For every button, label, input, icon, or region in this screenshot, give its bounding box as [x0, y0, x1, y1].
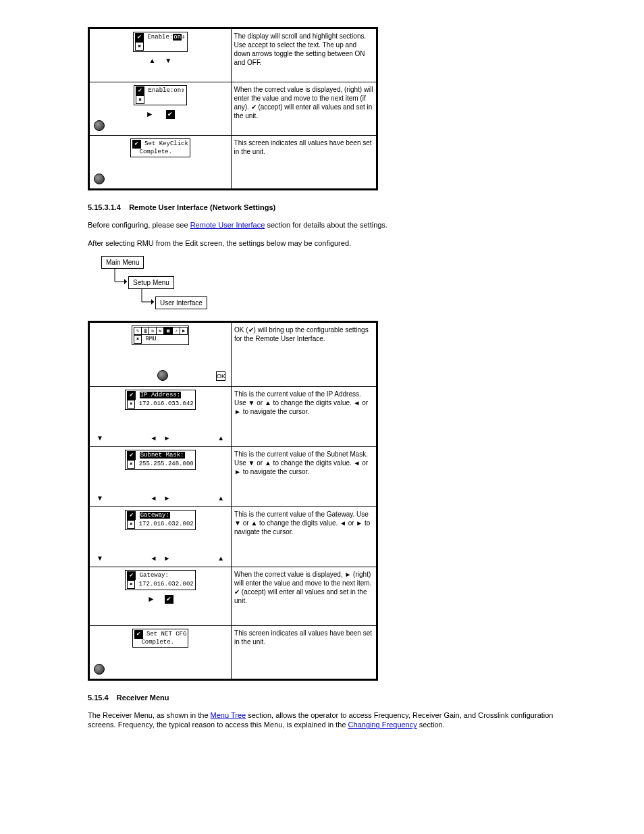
left-arrow-icon[interactable]	[151, 434, 157, 442]
lcd-text: Enable:	[147, 34, 173, 41]
accept-icon[interactable]: ✔	[166, 110, 175, 119]
check-icon: ✔	[132, 140, 141, 149]
check-icon: ✔	[136, 86, 144, 95]
check-icon: ✔	[127, 451, 136, 460]
lcd-text: Set NET CFG	[146, 631, 186, 637]
lcd-gateway-final: ✔ Gateway: ✖ 172.016.032.002	[125, 570, 195, 590]
keyclick-table: ✔ Enable:on⇕ ✖ The display will scroll a…	[88, 27, 378, 190]
lcd-value: 172.016.032.002	[139, 581, 194, 588]
lcd-value: 255.255.248.000	[139, 461, 194, 467]
instruction-text: OK (✔) will bring up the configurable se…	[234, 325, 373, 343]
lcd-label: Gateway:	[140, 572, 169, 579]
lcd-text-inv: on	[173, 34, 182, 41]
right-arrow-icon[interactable]	[164, 434, 171, 442]
lcd-text: RMU	[145, 336, 156, 342]
menu-breadcrumb: Main Menu Setup Menu User Interface	[95, 256, 243, 317]
instruction-text: When the correct value is displayed, (ri…	[234, 85, 373, 120]
lcd-value: 172.016.032.002	[139, 521, 194, 527]
instruction-text: When the correct value is displayed, ► (…	[234, 570, 373, 605]
check-icon: ✔	[127, 391, 136, 400]
paragraph: After selecting RMU from the Edit screen…	[88, 238, 560, 248]
para-text: section.	[419, 721, 445, 729]
rotary-knob-icon[interactable]	[94, 174, 105, 184]
right-arrow-icon[interactable]	[146, 109, 154, 120]
right-arrow-icon[interactable]	[164, 494, 171, 502]
right-arrow-icon[interactable]	[164, 554, 171, 563]
paragraph: Before configuring, please see Remote Us…	[88, 220, 560, 230]
instruction-text: This is the current value of the Gateway…	[234, 510, 373, 536]
check-icon: ✔	[134, 630, 143, 639]
svg-marker-1	[151, 299, 154, 305]
lcd-enable-on-inv: ✔ Enable:on⇕ ✖	[133, 32, 187, 52]
left-arrow-icon[interactable]	[151, 554, 157, 563]
lcd-enable-on: ✔ Enable:on⇕ ✖	[134, 85, 186, 105]
updown-icon: ⇕	[182, 34, 185, 41]
lcd-complete: ✔ Set KeyClick Complete.	[130, 138, 190, 157]
section-heading: 5.15.3.1.4 Remote User Interface (Networ…	[88, 203, 597, 212]
up-arrow-icon[interactable]	[149, 56, 155, 65]
para-text: The Receiver Menu, as shown in the	[88, 711, 211, 719]
down-arrow-icon[interactable]	[165, 56, 171, 65]
up-arrow-icon[interactable]	[217, 494, 224, 502]
down-arrow-icon[interactable]	[97, 434, 103, 442]
lcd-text: Complete.	[141, 639, 174, 646]
instruction-text: This is the current value of the Subnet …	[234, 450, 373, 476]
network-settings-table: ✎🗑↻⇆▦♪▶ ✖ RMU OK OK (✔) will bring up th…	[88, 321, 378, 681]
lcd-label: Subnet Mask:	[140, 452, 185, 459]
lcd-label: IP Address:	[140, 392, 181, 398]
rotary-knob-icon[interactable]	[94, 120, 105, 131]
heading-number: 5.15.4	[88, 694, 109, 702]
lcd-rmu: ✎🗑↻⇆▦♪▶ ✖ RMU	[132, 325, 189, 345]
up-arrow-icon[interactable]	[217, 554, 224, 563]
left-arrow-icon[interactable]	[151, 494, 157, 502]
rotary-knob-icon[interactable]	[94, 664, 105, 675]
ok-icon[interactable]: OK	[216, 371, 225, 381]
lcd-ip: ✔ IP Address: ✖ 172.016.033.042	[125, 390, 195, 410]
down-arrow-icon[interactable]	[97, 554, 103, 563]
xref-link[interactable]: Changing Frequency	[348, 721, 417, 729]
up-arrow-icon[interactable]	[217, 434, 224, 442]
heading-number: 5.15.3.1.4	[88, 203, 121, 211]
para-text: Before configuring, please see	[88, 221, 190, 229]
lcd-text: Enable:on	[148, 87, 181, 94]
instruction-text: The display will scroll and highlight se…	[234, 32, 373, 67]
xref-link[interactable]: Remote User Interface	[190, 221, 265, 229]
lcd-text: Set KeyClick	[144, 140, 188, 147]
updown-icon: ⇕	[181, 87, 184, 94]
lcd-gateway: ✔ Gateway: ✖ 172.016.032.002	[125, 510, 195, 530]
heading-text: Receiver Menu	[117, 694, 169, 702]
xref-link[interactable]: Menu Tree	[211, 711, 246, 719]
lcd-subnet: ✔ Subnet Mask: ✖ 255.255.248.000	[125, 450, 195, 470]
instruction-text: This screen indicates all values have be…	[234, 138, 373, 156]
instruction-text: This screen indicates all values have be…	[234, 629, 373, 646]
section-heading: 5.15.4 Receiver Menu	[88, 693, 597, 702]
paragraph: The Receiver Menu, as shown in the Menu …	[88, 710, 560, 730]
check-icon: ✔	[135, 33, 144, 42]
lcd-netcfg-complete: ✔ Set NET CFG Complete.	[132, 629, 189, 648]
check-icon: ✔	[127, 511, 136, 520]
right-arrow-icon[interactable]	[147, 594, 155, 605]
svg-marker-0	[124, 279, 127, 284]
heading-text: Remote User Interface (Network Settings)	[129, 203, 275, 211]
para-text: section for details about the settings.	[267, 221, 387, 229]
down-arrow-icon[interactable]	[97, 494, 103, 502]
rotary-knob-icon[interactable]	[157, 370, 168, 381]
instruction-text: This is the current value of the IP Addr…	[234, 390, 373, 416]
lcd-label: Gateway:	[140, 512, 170, 519]
accept-icon[interactable]: ✔	[165, 595, 173, 604]
lcd-value: 172.016.033.042	[139, 400, 194, 407]
lcd-text: Complete.	[140, 149, 173, 155]
check-icon: ✔	[127, 571, 136, 580]
